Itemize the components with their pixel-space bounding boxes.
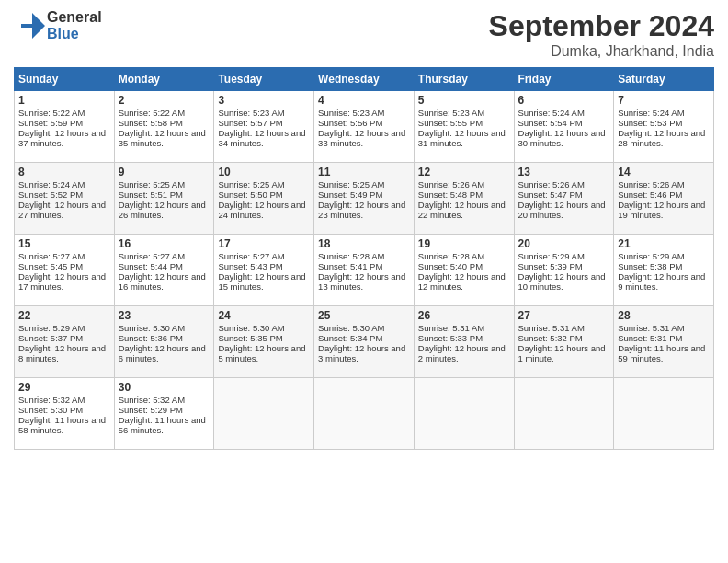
sunset-text: Sunset: 5:29 PM: [119, 405, 183, 415]
col-monday: Monday: [114, 68, 214, 91]
col-sunday: Sunday: [15, 68, 115, 91]
day-number: 22: [18, 309, 110, 322]
daylight-text: Daylight: 12 hours and 8 minutes.: [18, 343, 106, 363]
day-number: 10: [218, 166, 310, 178]
col-saturday: Saturday: [614, 68, 714, 91]
sunrise-text: Sunrise: 5:28 AM: [318, 251, 384, 261]
sunset-text: Sunset: 5:59 PM: [18, 118, 83, 128]
sunrise-text: Sunrise: 5:29 AM: [618, 251, 684, 261]
day-number: 19: [418, 237, 510, 250]
calendar-table: Sunday Monday Tuesday Wednesday Thursday…: [14, 67, 714, 450]
day-number: 14: [618, 166, 710, 178]
sunset-text: Sunset: 5:56 PM: [318, 118, 382, 128]
sunset-text: Sunset: 5:32 PM: [518, 333, 583, 343]
day-number: 7: [618, 94, 710, 107]
sunset-text: Sunset: 5:47 PM: [518, 190, 583, 200]
sunrise-text: Sunrise: 5:24 AM: [618, 108, 684, 118]
logo-blue: Blue: [47, 26, 102, 42]
sunrise-text: Sunrise: 5:23 AM: [218, 108, 284, 118]
sunrise-text: Sunrise: 5:26 AM: [418, 179, 484, 190]
daylight-text: Daylight: 12 hours and 15 minutes.: [218, 271, 305, 292]
week-row: 29 Sunrise: 5:32 AM Sunset: 5:30 PM Dayl…: [15, 378, 714, 450]
empty-cell: [314, 378, 415, 450]
sunset-text: Sunset: 5:40 PM: [418, 261, 483, 271]
month-title: September 2024: [489, 9, 714, 43]
sunrise-text: Sunrise: 5:27 AM: [119, 251, 185, 261]
sunset-text: Sunset: 5:58 PM: [119, 118, 183, 128]
day-number: 28: [618, 309, 710, 322]
week-row: 22 Sunrise: 5:29 AM Sunset: 5:37 PM Dayl…: [15, 306, 714, 378]
sunset-text: Sunset: 5:52 PM: [18, 190, 83, 200]
sunset-text: Sunset: 5:30 PM: [18, 405, 83, 415]
week-row: 15 Sunrise: 5:27 AM Sunset: 5:45 PM Dayl…: [15, 235, 714, 306]
week-row: 8 Sunrise: 5:24 AM Sunset: 5:52 PM Dayli…: [15, 163, 714, 235]
table-row: 9 Sunrise: 5:25 AM Sunset: 5:51 PM Dayli…: [114, 163, 214, 235]
day-number: 11: [318, 166, 410, 178]
table-row: 12 Sunrise: 5:26 AM Sunset: 5:48 PM Dayl…: [414, 163, 514, 235]
table-row: 16 Sunrise: 5:27 AM Sunset: 5:44 PM Dayl…: [114, 235, 214, 306]
sunset-text: Sunset: 5:31 PM: [618, 333, 682, 343]
day-number: 18: [318, 237, 410, 250]
table-row: 23 Sunrise: 5:30 AM Sunset: 5:36 PM Dayl…: [114, 306, 214, 378]
sunrise-text: Sunrise: 5:28 AM: [418, 251, 484, 261]
sunrise-text: Sunrise: 5:25 AM: [218, 179, 284, 190]
daylight-text: Daylight: 12 hours and 10 minutes.: [518, 271, 606, 292]
sunrise-text: Sunrise: 5:22 AM: [18, 108, 85, 118]
table-row: 24 Sunrise: 5:30 AM Sunset: 5:35 PM Dayl…: [214, 306, 314, 378]
daylight-text: Daylight: 12 hours and 9 minutes.: [618, 271, 705, 292]
table-row: 2 Sunrise: 5:22 AM Sunset: 5:58 PM Dayli…: [114, 91, 214, 163]
table-row: 11 Sunrise: 5:25 AM Sunset: 5:49 PM Dayl…: [314, 163, 415, 235]
sunset-text: Sunset: 5:44 PM: [119, 261, 183, 271]
sunrise-text: Sunrise: 5:22 AM: [119, 108, 185, 118]
svg-marker-0: [21, 13, 45, 39]
table-row: 20 Sunrise: 5:29 AM Sunset: 5:39 PM Dayl…: [514, 235, 614, 306]
day-number: 12: [418, 166, 510, 178]
day-number: 17: [218, 237, 310, 250]
sunrise-text: Sunrise: 5:29 AM: [18, 323, 85, 333]
day-number: 2: [119, 94, 210, 107]
table-row: 6 Sunrise: 5:24 AM Sunset: 5:54 PM Dayli…: [514, 91, 614, 163]
table-row: 17 Sunrise: 5:27 AM Sunset: 5:43 PM Dayl…: [214, 235, 314, 306]
daylight-text: Daylight: 12 hours and 20 minutes.: [518, 200, 606, 220]
daylight-text: Daylight: 12 hours and 6 minutes.: [119, 343, 206, 363]
daylight-text: Daylight: 12 hours and 33 minutes.: [318, 128, 405, 148]
day-number: 25: [318, 309, 410, 322]
daylight-text: Daylight: 12 hours and 12 minutes.: [418, 271, 506, 292]
sunrise-text: Sunrise: 5:27 AM: [218, 251, 284, 261]
sunrise-text: Sunrise: 5:26 AM: [518, 179, 585, 190]
sunset-text: Sunset: 5:55 PM: [418, 118, 483, 128]
header-row: Sunday Monday Tuesday Wednesday Thursday…: [15, 68, 714, 91]
daylight-text: Daylight: 11 hours and 56 minutes.: [119, 415, 206, 435]
daylight-text: Daylight: 12 hours and 1 minute.: [518, 343, 606, 363]
col-tuesday: Tuesday: [214, 68, 314, 91]
daylight-text: Daylight: 12 hours and 2 minutes.: [418, 343, 506, 363]
sunrise-text: Sunrise: 5:30 AM: [119, 323, 185, 333]
daylight-text: Daylight: 12 hours and 24 minutes.: [218, 200, 305, 220]
table-row: 27 Sunrise: 5:31 AM Sunset: 5:32 PM Dayl…: [514, 306, 614, 378]
table-row: 15 Sunrise: 5:27 AM Sunset: 5:45 PM Dayl…: [15, 235, 115, 306]
sunrise-text: Sunrise: 5:30 AM: [318, 323, 384, 333]
sunset-text: Sunset: 5:45 PM: [18, 261, 83, 271]
sunrise-text: Sunrise: 5:23 AM: [318, 108, 384, 118]
table-row: 26 Sunrise: 5:31 AM Sunset: 5:33 PM Dayl…: [414, 306, 514, 378]
sunrise-text: Sunrise: 5:32 AM: [18, 395, 85, 405]
logo-text: General Blue: [47, 9, 102, 41]
sunrise-text: Sunrise: 5:24 AM: [518, 108, 585, 118]
sunset-text: Sunset: 5:41 PM: [318, 261, 382, 271]
sunset-text: Sunset: 5:57 PM: [218, 118, 282, 128]
col-thursday: Thursday: [414, 68, 514, 91]
daylight-text: Daylight: 12 hours and 22 minutes.: [418, 200, 506, 220]
table-row: 18 Sunrise: 5:28 AM Sunset: 5:41 PM Dayl…: [314, 235, 415, 306]
sunset-text: Sunset: 5:48 PM: [418, 190, 483, 200]
table-row: 21 Sunrise: 5:29 AM Sunset: 5:38 PM Dayl…: [614, 235, 714, 306]
table-row: 30 Sunrise: 5:32 AM Sunset: 5:29 PM Dayl…: [114, 378, 214, 450]
table-row: 1 Sunrise: 5:22 AM Sunset: 5:59 PM Dayli…: [15, 91, 115, 163]
daylight-text: Daylight: 12 hours and 16 minutes.: [119, 271, 206, 292]
day-number: 9: [119, 166, 210, 178]
table-row: 8 Sunrise: 5:24 AM Sunset: 5:52 PM Dayli…: [15, 163, 115, 235]
daylight-text: Daylight: 12 hours and 19 minutes.: [618, 200, 705, 220]
table-row: 14 Sunrise: 5:26 AM Sunset: 5:46 PM Dayl…: [614, 163, 714, 235]
title-block: September 2024 Dumka, Jharkhand, India: [489, 9, 714, 60]
sunrise-text: Sunrise: 5:25 AM: [119, 179, 185, 190]
table-row: 5 Sunrise: 5:23 AM Sunset: 5:55 PM Dayli…: [414, 91, 514, 163]
